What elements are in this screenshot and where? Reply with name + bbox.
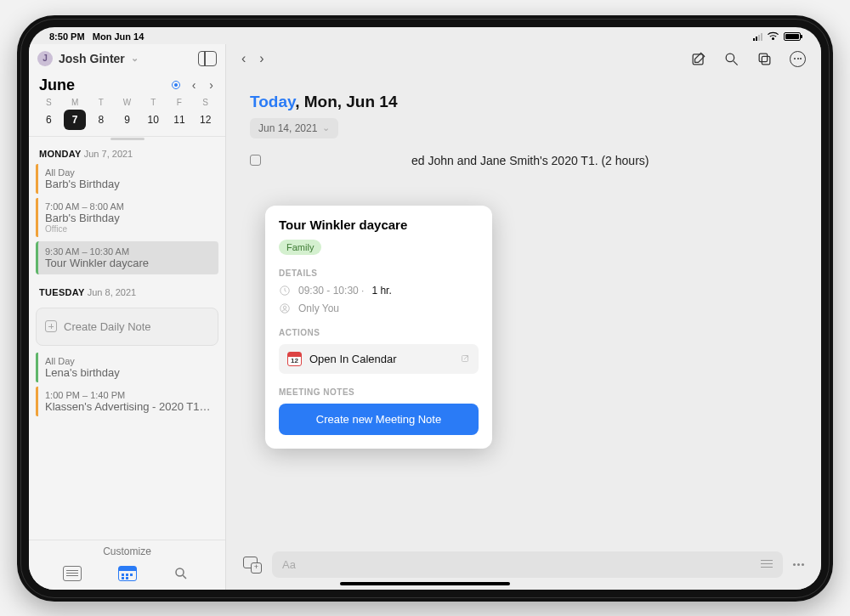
week-strip: 6 7 8 9 10 11 12 [29, 107, 225, 137]
next-week-button[interactable]: › [207, 78, 215, 92]
status-date: Mon Jun 14 [93, 31, 144, 42]
battery-icon [784, 32, 801, 41]
quick-input[interactable]: Aa [272, 551, 783, 578]
title-date: , Mon, Jun 14 [295, 93, 397, 110]
event-popover: Tour Winkler daycare Family DETAILS 09:3… [265, 206, 492, 449]
customize-link[interactable]: Customize [29, 544, 225, 562]
copy-icon[interactable] [756, 51, 773, 67]
checkbox-icon[interactable] [250, 155, 261, 166]
svg-line-5 [734, 60, 738, 65]
page-title: Today, Mon, Jun 14 [250, 93, 797, 111]
search-tab-icon[interactable] [173, 566, 192, 581]
create-meeting-note-button[interactable]: Create new Meeting Note [279, 404, 479, 435]
detail-time: 09:30 - 10:30 · 1 hr. [279, 285, 479, 297]
plus-icon [45, 320, 57, 332]
wh: S [192, 98, 218, 107]
toolbar: ‹ › [226, 44, 821, 74]
wh: M [62, 98, 88, 107]
notes-tab-icon[interactable] [63, 566, 82, 581]
status-time: 8:50 PM [49, 31, 85, 42]
day-cell[interactable]: 12 [194, 110, 217, 130]
event-item[interactable]: All Day Lena's birthday [36, 353, 218, 382]
date-chip-label: Jun 14, 2021 [258, 122, 317, 134]
wh: W [114, 98, 140, 107]
calendar-tab-icon[interactable] [118, 566, 137, 581]
svg-point-4 [726, 54, 734, 61]
bottom-bar: Aa [226, 543, 821, 590]
event-time: All Day [45, 356, 212, 366]
visibility-label: Only You [298, 302, 339, 314]
sidebar: J Josh Ginter ⌄ June ‹ › S M T W T F S [29, 44, 226, 590]
prev-week-button[interactable]: ‹ [190, 78, 198, 92]
event-name: Barb's Birthday [45, 178, 212, 190]
open-external-icon [460, 353, 470, 364]
month-header: June ‹ › [29, 73, 225, 96]
forward-button[interactable]: › [259, 51, 264, 66]
open-in-calendar-button[interactable]: 12 Open In Calendar [279, 344, 479, 374]
date-chip[interactable]: Jun 14, 2021 ⌄ [250, 118, 338, 138]
event-time: 9:30 AM – 10:30 AM [45, 246, 212, 257]
more-icon[interactable] [793, 563, 804, 566]
input-placeholder: Aa [282, 558, 296, 571]
agenda-day-header: MONDAY Jun 7, 2021 [29, 140, 225, 164]
event-name: Lena's birthday [45, 366, 212, 379]
event-time: 1:00 PM – 1:40 PM [45, 390, 212, 400]
user-name: Josh Ginter [59, 52, 125, 65]
list-icon [761, 560, 773, 568]
sidebar-tabs [29, 562, 225, 586]
event-item[interactable]: 1:00 PM – 1:40 PM Klassen's Advertising … [36, 387, 218, 416]
event-item[interactable]: All Day Barb's Birthday [36, 164, 218, 194]
day-cell[interactable]: 9 [116, 110, 139, 130]
details-section-label: DETAILS [279, 268, 479, 278]
search-icon[interactable] [723, 51, 740, 67]
event-location: Office [45, 224, 212, 234]
svg-rect-6 [762, 56, 770, 65]
weekday-header: S M T W T F S [29, 96, 225, 107]
compose-icon[interactable] [690, 51, 706, 67]
duration: 1 hr. [371, 285, 391, 297]
wh: F [167, 98, 193, 107]
ipad-frame: 8:50 PM Mon Jun 14 J Josh Ginter ⌄ June [17, 15, 833, 602]
event-item[interactable]: 7:00 AM – 8:00 AM Barb's Birthday Office [36, 198, 218, 237]
svg-point-10 [283, 306, 286, 309]
status-left: 8:50 PM Mon Jun 14 [49, 31, 144, 42]
event-item-selected[interactable]: 9:30 AM – 10:30 AM Tour Winkler daycare [36, 241, 218, 274]
toolbar-actions [690, 51, 806, 67]
wh: T [140, 98, 167, 107]
detail-visibility: Only You [279, 302, 479, 314]
popover-title: Tour Winkler daycare [279, 218, 479, 232]
svg-line-2 [183, 575, 186, 579]
new-block-icon[interactable] [243, 557, 262, 572]
back-button[interactable]: ‹ [241, 51, 246, 66]
user-switcher[interactable]: J Josh Ginter ⌄ [37, 51, 139, 66]
day-cell[interactable]: 10 [142, 110, 165, 130]
event-name: Klassen's Advertising - 2020 T1… [45, 400, 212, 413]
home-indicator[interactable] [340, 582, 510, 585]
today-dot-icon[interactable] [172, 81, 180, 89]
calendar-app-icon: 12 [287, 352, 302, 366]
actions-section-label: ACTIONS [279, 328, 479, 337]
screen: 8:50 PM Mon Jun 14 J Josh Ginter ⌄ June [29, 27, 821, 590]
status-right [753, 31, 801, 41]
svg-point-1 [176, 568, 184, 576]
wh: S [36, 98, 62, 107]
calendar-tag[interactable]: Family [279, 240, 321, 255]
create-daily-note-button[interactable]: Create Daily Note [36, 308, 218, 346]
open-in-calendar-label: Open In Calendar [309, 353, 397, 365]
day-cell[interactable]: 6 [37, 110, 60, 130]
toggle-sidebar-icon[interactable] [198, 51, 217, 66]
agenda-list[interactable]: MONDAY Jun 7, 2021 All Day Barb's Birthd… [29, 140, 225, 540]
day-cell-selected[interactable]: 7 [64, 110, 87, 130]
event-time: 7:00 AM – 8:00 AM [45, 201, 212, 212]
cell-signal-icon [753, 32, 762, 41]
chevron-down-icon: ⌄ [322, 122, 330, 133]
today-label: Today [250, 93, 295, 110]
task-row[interactable]: xxxxxxxxxxxxxxxxxxxxxxx ed John and Jane… [250, 154, 797, 167]
day-cell[interactable]: 11 [168, 110, 191, 130]
svg-rect-7 [759, 54, 768, 61]
day-cell[interactable]: 8 [89, 110, 112, 130]
time-range: 09:30 - 10:30 · [298, 285, 364, 297]
svg-point-0 [773, 38, 774, 40]
chevron-down-icon: ⌄ [131, 53, 139, 64]
more-icon[interactable] [790, 51, 806, 67]
